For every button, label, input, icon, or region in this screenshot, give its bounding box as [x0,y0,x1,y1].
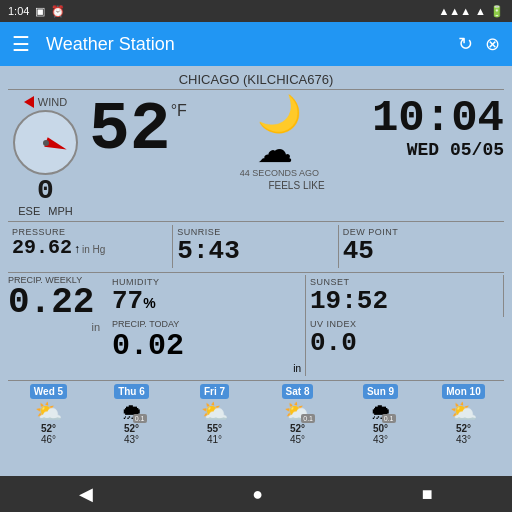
sunset-cell: SUNSET 19:52 [306,275,504,318]
status-wifi-icon: ▲ [475,5,486,17]
wind-speed-value: 0 [37,177,54,205]
forecast-temps: 50°43° [373,423,388,445]
forecast-temps: 52°46° [41,423,56,445]
status-sim-icon: ▣ [35,5,45,18]
current-time: 10:04 [372,96,504,140]
forecast-day-item: Sun 9🌧0.150°43° [340,384,421,445]
pressure-unit: in Hg [82,244,105,255]
uv-value: 0.0 [310,329,500,358]
forecast-day-label: Mon 10 [442,384,484,399]
nav-home-button[interactable]: ● [252,484,263,505]
forecast-weather-icon: ⛅ [201,401,228,423]
forecast-precip-badge: 0.1 [301,414,315,423]
status-bar: 1:04 ▣ ⏰ ▲▲▲ ▲ 🔋 [0,0,512,22]
dew-point-value: 45 [343,237,500,266]
forecast-day-item: Thu 6🌧0.152°43° [91,384,172,445]
sunrise-value: 5:43 [177,237,333,266]
pressure-arrow: ↑ [74,242,80,256]
precip-today-label: PRECIP. TODAY [112,319,301,329]
precip-today-unit: in [112,363,301,374]
forecast-day-label: Fri 7 [200,384,229,399]
wind-label: WIND [24,96,67,108]
pressure-cell: PRESSURE 29.62 ↑ in Hg [8,225,173,268]
top-bar: ☰ Weather Station ↻ ⊗ [0,22,512,66]
offline-icon[interactable]: ⊗ [485,33,500,55]
stats-grid-top: PRESSURE 29.62 ↑ in Hg SUNRISE 5:43 DEW … [8,221,504,268]
status-alarm-icon: ⏰ [51,5,65,18]
uv-cell: UV INDEX 0.0 [306,317,504,376]
feels-like-label: FEELS LIKE [89,180,504,191]
forecast-weather-icon: ⛅0.1 [284,401,311,423]
temp-time-row: 52 °F 🌙☁ 44 SECONDS AGO 10:04 WED 05/05 [89,96,504,180]
temperature-block: 52 °F [89,96,187,164]
forecast-day-label: Sat 8 [282,384,314,399]
main-content: CHICAGO (KILCHICA676) WIND 0 ESE MPH [0,66,512,451]
wind-direction: ESE [18,205,40,217]
precip-weekly-block: PRECIP. WEEKLY 0.22 in [8,275,108,377]
forecast-precip-badge: 0.1 [133,414,147,423]
dew-point-cell: DEW POINT 45 [339,225,504,268]
bottom-nav: ◀ ● ■ [0,476,512,512]
forecast-section: Wed 5⛅52°46°Thu 6🌧0.152°43°Fri 7⛅55°41°S… [8,380,504,445]
status-left: 1:04 ▣ ⏰ [8,5,65,18]
stats-precip-row: PRECIP. WEEKLY 0.22 in HUMIDITY 77 % SUN… [8,272,504,377]
center-section: 52 °F 🌙☁ 44 SECONDS AGO 10:04 WED 05/05 … [89,96,504,191]
forecast-weather-icon: ⛅ [450,401,477,423]
forecast-day-label: Thu 6 [114,384,149,399]
nav-back-button[interactable]: ◀ [79,483,93,505]
forecast-day-label: Wed 5 [30,384,67,399]
forecast-day-label: Sun 9 [363,384,398,399]
right-stats: HUMIDITY 77 % SUNSET 19:52 PRECIP. TODAY… [108,275,504,377]
precip-weekly-value: 0.22 [8,285,100,321]
weather-ago: 44 SECONDS AGO [240,168,319,180]
top-actions: ↻ ⊗ [458,33,500,55]
weather-icon: 🌙☁ [257,96,302,168]
time-block: 10:04 WED 05/05 [372,96,504,160]
status-battery-icon: 🔋 [490,5,504,18]
forecast-weather-icon: 🌧0.1 [370,401,392,423]
menu-icon[interactable]: ☰ [12,32,30,56]
status-right: ▲▲▲ ▲ 🔋 [438,5,504,18]
humidity-value: 77 [112,287,143,316]
sunrise-cell: SUNRISE 5:43 [173,225,338,268]
app-title: Weather Station [46,34,458,55]
humidity-unit: % [143,295,155,311]
forecast-day-item: Wed 5⛅52°46° [8,384,89,445]
status-signal-icon: ▲▲▲ [438,5,471,17]
wind-units: ESE MPH [18,205,72,217]
status-time: 1:04 [8,5,29,17]
forecast-weather-icon: 🌧0.1 [121,401,143,423]
forecast-row: Wed 5⛅52°46°Thu 6🌧0.152°43°Fri 7⛅55°41°S… [8,384,504,445]
forecast-weather-icon: ⛅ [35,401,62,423]
compass-center-icon [43,140,49,146]
wind-section: WIND 0 ESE MPH [8,96,83,217]
current-date: WED 05/05 [407,140,504,160]
precip-today-value: 0.02 [112,329,301,363]
forecast-temps: 55°41° [207,423,222,445]
temperature-unit: °F [171,102,187,120]
wind-direction-icon [24,96,34,108]
forecast-day-item: Mon 10⛅52°43° [423,384,504,445]
station-name: CHICAGO (KILCHICA676) [8,72,504,90]
weather-icon-block: 🌙☁ 44 SECONDS AGO [240,96,319,180]
forecast-day-item: Sat 8⛅0.152°45° [257,384,338,445]
temperature-value: 52 [89,96,171,164]
pressure-value: 29.62 [12,237,72,259]
forecast-temps: 52°45° [290,423,305,445]
nav-recent-button[interactable]: ■ [422,484,433,505]
humidity-cell: HUMIDITY 77 % [108,275,306,318]
forecast-precip-badge: 0.1 [382,414,396,423]
forecast-temps: 52°43° [124,423,139,445]
refresh-icon[interactable]: ↻ [458,33,473,55]
precip-today-cell: PRECIP. TODAY 0.02 in [108,317,306,376]
sunset-value: 19:52 [310,287,499,316]
forecast-temps: 52°43° [456,423,471,445]
wind-compass [13,110,78,175]
top-section: WIND 0 ESE MPH 52 °F 🌙☁ [8,96,504,217]
forecast-day-item: Fri 7⛅55°41° [174,384,255,445]
wind-unit: MPH [48,205,72,217]
